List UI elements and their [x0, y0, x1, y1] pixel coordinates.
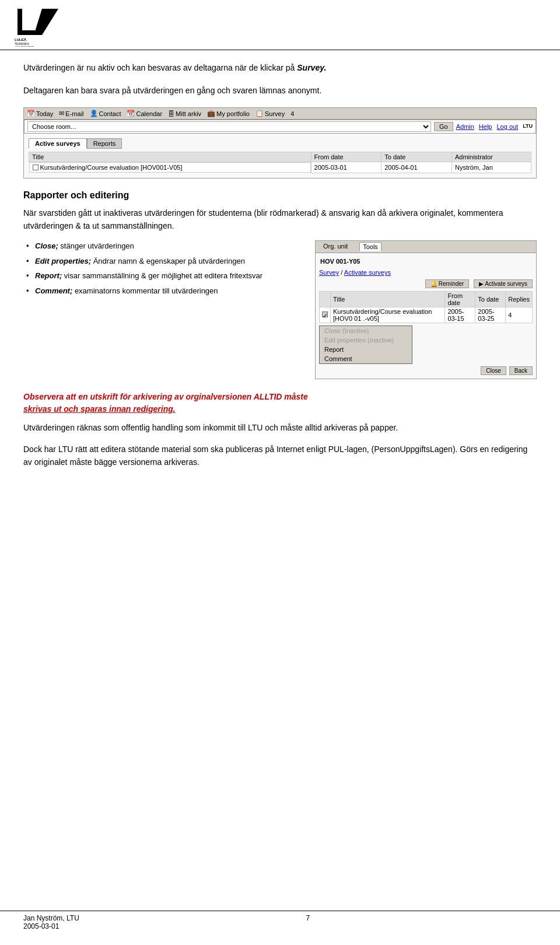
- cell-from-date: 2005-03-01: [311, 162, 382, 173]
- archive-icon: 🗄: [168, 110, 174, 117]
- right-mockup-body: HOV 001-Y05 Survey / Activate surveys 🔔 …: [316, 253, 536, 379]
- section-heading: Rapporter och editering: [23, 190, 537, 201]
- list-item-edit-properties: Edit properties; Ändrar namn & egenskape…: [23, 256, 303, 267]
- section-body-text: När svarstiden gått ut inaktiveras utvär…: [23, 206, 537, 233]
- survey-ui-mockup: 📅 Today ✉ E-mail 👤 Contact 📆 Calendar 🗄 …: [23, 107, 537, 178]
- survey-icon: 📋: [256, 110, 264, 117]
- context-menu: Close (Inactive) Edit properties (Inacti…: [319, 326, 412, 364]
- tab-reports[interactable]: Reports: [87, 138, 123, 149]
- reminder-button[interactable]: 🔔 Reminder: [425, 279, 469, 288]
- svg-marker-3: [34, 9, 58, 35]
- context-edit-properties[interactable]: Edit properties (Inactive): [320, 335, 412, 345]
- tab-tools[interactable]: Tools: [359, 242, 382, 251]
- portfolio-icon: 💼: [207, 110, 215, 117]
- survey-table: Title From date To date Administrator Ku…: [29, 152, 531, 173]
- close-back-row: Close Back: [319, 366, 533, 375]
- right-mockup-tabs: Org. unit Tools: [316, 241, 536, 253]
- logout-link[interactable]: Log out: [496, 123, 518, 130]
- inner-cell-replies: 4: [506, 307, 533, 323]
- ltu-logo-small: LTU: [523, 123, 533, 130]
- activate-surveys-button[interactable]: ▶ Activate surveys: [474, 279, 533, 288]
- right-ui-mockup: Org. unit Tools HOV 001-Y05 Survey /: [315, 240, 537, 379]
- toolbar-email[interactable]: ✉ E-mail: [59, 110, 83, 117]
- survey-table-area: Active surveys Reports Title From date T…: [24, 134, 536, 178]
- university-logo: LULEÅ TEKNISKA UNIVERSITET: [12, 6, 64, 47]
- svg-text:UNIVERSITET: UNIVERSITET: [15, 46, 34, 47]
- toolbar-contact[interactable]: 👤 Contact: [90, 110, 121, 117]
- inner-col-replies: Replies: [506, 292, 533, 307]
- col-to-date: To date: [382, 152, 452, 162]
- list-item-comment: Comment; examinatorns kommentar till utv…: [23, 285, 303, 297]
- inner-checkbox[interactable]: ✓: [322, 312, 328, 317]
- intro-paragraph-2: Deltagaren kan bara svara på utvärdering…: [23, 85, 537, 97]
- intro-paragraph-1: Utvärderingen är nu aktiv och kan besvar…: [23, 62, 537, 74]
- inner-col-to: To date: [475, 292, 506, 307]
- survey-link[interactable]: Survey: [319, 269, 339, 276]
- ui-toolbar: 📅 Today ✉ E-mail 👤 Contact 📆 Calendar 🗄 …: [24, 108, 536, 120]
- inner-cell-check: ✓: [320, 307, 331, 323]
- intro-text-2: Deltagaren kan bara svara på utvärdering…: [23, 86, 321, 95]
- contact-icon: 👤: [90, 110, 98, 117]
- row-checkbox[interactable]: [33, 164, 38, 170]
- intro-em-1: Survey.: [297, 63, 326, 72]
- toolbar-calendar[interactable]: 📆 Calendar: [127, 110, 162, 117]
- toolbar-today[interactable]: 📅 Today: [27, 110, 53, 117]
- intro-text-1: Utvärderingen är nu aktiv och kan besvar…: [23, 63, 295, 72]
- feature-list: Close; stänger utvärderingen Edit proper…: [23, 240, 303, 296]
- list-item-close: Close; stänger utvärderingen: [23, 240, 303, 252]
- cell-to-date: 2005-04-01: [382, 162, 452, 173]
- inner-col-title: Title: [331, 292, 445, 307]
- survey-breadcrumb: Survey / Activate surveys: [319, 269, 533, 276]
- list-item-report: Report; visar sammanställning & ger möjl…: [23, 270, 303, 282]
- page-footer: Jan Nyström, LTU 2005-03-01 7: [0, 911, 560, 933]
- toolbar-count: 4: [290, 110, 294, 117]
- inner-table-row: ✓ Kursutvärdering/Course evaluation [HOV…: [320, 307, 533, 323]
- warning-paragraph: Observera att en utskrift för arkivering…: [23, 391, 537, 415]
- warning-line-2: skrivas ut och sparas innan redigering.: [23, 404, 176, 414]
- calendar-icon: 📆: [127, 110, 135, 117]
- body-paragraph-2: Dock har LTU rätt att editera stötande m…: [23, 443, 537, 469]
- body-paragraph-1: Utvärderingen räknas som offentlig handl…: [23, 421, 537, 434]
- admin-link[interactable]: Admin: [456, 123, 474, 130]
- activate-surveys-link[interactable]: Activate surveys: [344, 269, 391, 276]
- cell-admin: Nyström, Jan: [452, 162, 531, 173]
- col-title: Title: [29, 152, 312, 162]
- survey-tabs: Active surveys Reports: [29, 138, 531, 149]
- action-buttons-row: 🔔 Reminder ▶ Activate surveys: [319, 279, 533, 288]
- footer-page-number: 7: [306, 914, 310, 930]
- inner-col-from: From date: [445, 292, 475, 307]
- tab-active-surveys[interactable]: Active surveys: [29, 138, 87, 149]
- col-from-date: From date: [311, 152, 382, 162]
- go-button[interactable]: Go: [434, 122, 453, 131]
- svg-text:LULEÅ: LULEÅ: [15, 38, 27, 41]
- cell-title: Kursutvärdering/Course evaluation [HOV00…: [29, 162, 311, 173]
- help-link[interactable]: Help: [479, 123, 492, 130]
- today-icon: 📅: [27, 110, 35, 117]
- room-select[interactable]: Choose room...: [27, 121, 431, 132]
- activate-icon: ▶: [479, 281, 484, 287]
- context-report[interactable]: Report: [320, 345, 412, 354]
- close-button[interactable]: Close: [481, 366, 506, 375]
- bullet-list-col: Close; stänger utvärderingen Edit proper…: [23, 240, 303, 379]
- right-panel-col: Org. unit Tools HOV 001-Y05 Survey /: [315, 240, 537, 379]
- address-bar: Choose room... Go Admin Help Log out LTU: [24, 120, 536, 134]
- toolbar-my-portfolio[interactable]: 💼 My portfolio: [207, 110, 250, 117]
- inner-cell-title: Kursutvärdering/Course evaluation [HOV0 …: [331, 307, 445, 323]
- inner-cell-from: 2005-03-15: [445, 307, 475, 323]
- back-button[interactable]: Back: [509, 366, 533, 375]
- warning-line-1: Observera att en utskrift för arkivering…: [23, 392, 308, 401]
- context-close[interactable]: Close (Inactive): [320, 326, 412, 335]
- context-comment[interactable]: Comment: [320, 354, 412, 363]
- toolbar-survey[interactable]: 📋 Survey: [256, 110, 285, 117]
- reminder-icon: 🔔: [430, 281, 438, 287]
- tab-org-unit[interactable]: Org. unit: [320, 242, 351, 251]
- col-administrator: Administrator: [452, 152, 531, 162]
- inner-cell-to: 2005-03-25: [475, 307, 506, 323]
- two-col-layout: Close; stänger utvärderingen Edit proper…: [23, 240, 537, 379]
- footer-left: Jan Nyström, LTU 2005-03-01: [23, 914, 79, 930]
- toolbar-mitt-arkiv[interactable]: 🗄 Mitt arkiv: [168, 110, 201, 117]
- address-right-nav: Admin Help Log out LTU: [456, 123, 533, 130]
- org-unit-label: HOV 001-Y05: [319, 257, 533, 266]
- inner-col-check: [320, 292, 331, 307]
- email-icon: ✉: [59, 110, 64, 117]
